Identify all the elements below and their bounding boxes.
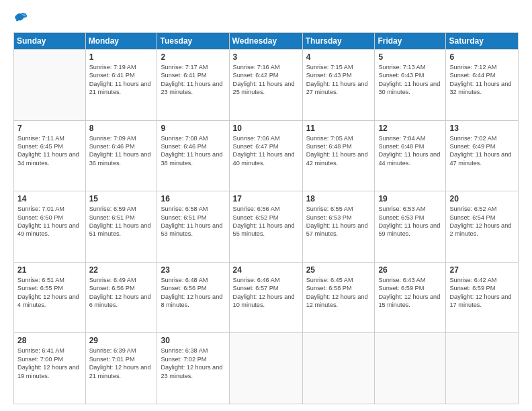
calendar-cell: 27Sunrise: 6:42 AM Sunset: 6:59 PM Dayli… [446, 262, 519, 333]
day-info: Sunrise: 7:13 AM Sunset: 6:43 PM Dayligh… [378, 63, 442, 97]
day-info: Sunrise: 6:56 AM Sunset: 6:52 PM Dayligh… [233, 205, 299, 238]
day-info: Sunrise: 6:48 AM Sunset: 6:56 PM Dayligh… [161, 276, 225, 310]
weekday-header: Saturday [446, 33, 519, 50]
calendar-cell: 23Sunrise: 6:48 AM Sunset: 6:56 PM Dayli… [157, 262, 229, 333]
calendar-cell [375, 333, 446, 404]
day-number: 26 [378, 265, 442, 275]
calendar-cell: 5Sunrise: 7:13 AM Sunset: 6:43 PM Daylig… [375, 50, 446, 121]
calendar-cell: 14Sunrise: 7:01 AM Sunset: 6:50 PM Dayli… [14, 191, 86, 263]
calendar-cell: 25Sunrise: 6:45 AM Sunset: 6:58 PM Dayli… [302, 262, 375, 333]
day-number: 23 [161, 265, 225, 275]
day-info: Sunrise: 7:04 AM Sunset: 6:48 PM Dayligh… [378, 134, 442, 168]
calendar-cell: 2Sunrise: 7:17 AM Sunset: 6:41 PM Daylig… [157, 50, 229, 121]
day-info: Sunrise: 7:08 AM Sunset: 6:46 PM Dayligh… [161, 134, 225, 168]
day-info: Sunrise: 7:15 AM Sunset: 6:43 PM Dayligh… [306, 63, 371, 97]
calendar-header-row: SundayMondayTuesdayWednesdayThursdayFrid… [14, 33, 519, 50]
day-info: Sunrise: 7:01 AM Sunset: 6:50 PM Dayligh… [17, 205, 82, 238]
day-number: 8 [89, 124, 154, 133]
day-info: Sunrise: 6:59 AM Sunset: 6:51 PM Dayligh… [89, 205, 154, 238]
day-number: 28 [17, 336, 82, 345]
day-info: Sunrise: 7:06 AM Sunset: 6:47 PM Dayligh… [233, 134, 299, 168]
day-info: Sunrise: 6:41 AM Sunset: 7:00 PM Dayligh… [17, 347, 82, 380]
calendar-week-row: 28Sunrise: 6:41 AM Sunset: 7:00 PM Dayli… [14, 333, 519, 404]
calendar-cell: 11Sunrise: 7:05 AM Sunset: 6:48 PM Dayli… [302, 120, 375, 191]
weekday-header: Thursday [302, 33, 375, 50]
calendar-cell: 26Sunrise: 6:43 AM Sunset: 6:59 PM Dayli… [375, 262, 446, 333]
calendar-cell: 18Sunrise: 6:55 AM Sunset: 6:53 PM Dayli… [302, 191, 375, 263]
day-info: Sunrise: 7:09 AM Sunset: 6:46 PM Dayligh… [89, 134, 154, 168]
calendar-cell: 19Sunrise: 6:53 AM Sunset: 6:53 PM Dayli… [375, 191, 446, 263]
header [13, 11, 519, 26]
day-number: 30 [161, 336, 225, 345]
calendar-cell: 28Sunrise: 6:41 AM Sunset: 7:00 PM Dayli… [14, 333, 86, 404]
day-info: Sunrise: 6:49 AM Sunset: 6:56 PM Dayligh… [89, 276, 154, 310]
day-number: 15 [89, 194, 154, 203]
day-number: 5 [378, 52, 442, 62]
calendar-cell: 8Sunrise: 7:09 AM Sunset: 6:46 PM Daylig… [85, 120, 157, 191]
weekday-header: Monday [85, 33, 157, 50]
weekday-header: Sunday [14, 33, 86, 50]
day-number: 16 [161, 194, 225, 203]
day-info: Sunrise: 6:53 AM Sunset: 6:53 PM Dayligh… [378, 205, 442, 238]
day-info: Sunrise: 7:17 AM Sunset: 6:41 PM Dayligh… [161, 63, 225, 97]
calendar-cell: 16Sunrise: 6:58 AM Sunset: 6:51 PM Dayli… [157, 191, 229, 263]
calendar-week-row: 1Sunrise: 7:19 AM Sunset: 6:41 PM Daylig… [14, 50, 519, 121]
day-number: 13 [449, 124, 515, 133]
day-info: Sunrise: 7:02 AM Sunset: 6:49 PM Dayligh… [449, 134, 515, 168]
calendar-cell: 21Sunrise: 6:51 AM Sunset: 6:55 PM Dayli… [14, 262, 86, 333]
day-info: Sunrise: 6:55 AM Sunset: 6:53 PM Dayligh… [306, 205, 371, 238]
day-number: 21 [17, 265, 82, 275]
calendar-cell: 24Sunrise: 6:46 AM Sunset: 6:57 PM Dayli… [229, 262, 302, 333]
weekday-header: Wednesday [229, 33, 302, 50]
day-number: 25 [306, 265, 371, 275]
day-number: 6 [449, 52, 515, 62]
logo [13, 11, 31, 26]
day-info: Sunrise: 6:52 AM Sunset: 6:54 PM Dayligh… [449, 205, 515, 238]
day-info: Sunrise: 6:51 AM Sunset: 6:55 PM Dayligh… [17, 276, 82, 310]
day-number: 18 [306, 194, 371, 203]
day-info: Sunrise: 7:05 AM Sunset: 6:48 PM Dayligh… [306, 134, 371, 168]
calendar-cell: 30Sunrise: 6:38 AM Sunset: 7:02 PM Dayli… [157, 333, 229, 404]
calendar-cell [14, 50, 86, 121]
day-info: Sunrise: 6:58 AM Sunset: 6:51 PM Dayligh… [161, 205, 225, 238]
day-info: Sunrise: 7:12 AM Sunset: 6:44 PM Dayligh… [449, 63, 515, 97]
day-info: Sunrise: 6:42 AM Sunset: 6:59 PM Dayligh… [449, 276, 515, 310]
day-number: 27 [449, 265, 515, 275]
calendar-cell: 13Sunrise: 7:02 AM Sunset: 6:49 PM Dayli… [446, 120, 519, 191]
day-info: Sunrise: 6:39 AM Sunset: 7:01 PM Dayligh… [89, 347, 154, 380]
calendar-cell: 29Sunrise: 6:39 AM Sunset: 7:01 PM Dayli… [85, 333, 157, 404]
calendar-cell: 20Sunrise: 6:52 AM Sunset: 6:54 PM Dayli… [446, 191, 519, 263]
calendar-cell: 6Sunrise: 7:12 AM Sunset: 6:44 PM Daylig… [446, 50, 519, 121]
day-info: Sunrise: 7:11 AM Sunset: 6:45 PM Dayligh… [17, 134, 82, 168]
day-number: 2 [161, 52, 225, 62]
calendar-cell [446, 333, 519, 404]
calendar-cell: 3Sunrise: 7:16 AM Sunset: 6:42 PM Daylig… [229, 50, 302, 121]
day-number: 24 [233, 265, 299, 275]
day-number: 4 [306, 52, 371, 62]
weekday-header: Tuesday [157, 33, 229, 50]
day-number: 19 [378, 194, 442, 203]
calendar-cell: 17Sunrise: 6:56 AM Sunset: 6:52 PM Dayli… [229, 191, 302, 263]
day-number: 29 [89, 336, 154, 345]
day-info: Sunrise: 7:19 AM Sunset: 6:41 PM Dayligh… [89, 63, 154, 97]
weekday-header: Friday [375, 33, 446, 50]
day-number: 11 [306, 124, 371, 133]
day-number: 14 [17, 194, 82, 203]
day-info: Sunrise: 6:43 AM Sunset: 6:59 PM Dayligh… [378, 276, 442, 310]
calendar-week-row: 21Sunrise: 6:51 AM Sunset: 6:55 PM Dayli… [14, 262, 519, 333]
calendar-cell: 15Sunrise: 6:59 AM Sunset: 6:51 PM Dayli… [85, 191, 157, 263]
calendar-cell [302, 333, 375, 404]
calendar-cell: 10Sunrise: 7:06 AM Sunset: 6:47 PM Dayli… [229, 120, 302, 191]
calendar-week-row: 14Sunrise: 7:01 AM Sunset: 6:50 PM Dayli… [14, 191, 519, 263]
calendar-cell [229, 333, 302, 404]
day-info: Sunrise: 6:45 AM Sunset: 6:58 PM Dayligh… [306, 276, 371, 310]
calendar-cell: 22Sunrise: 6:49 AM Sunset: 6:56 PM Dayli… [85, 262, 157, 333]
day-number: 17 [233, 194, 299, 203]
day-number: 12 [378, 124, 442, 133]
day-info: Sunrise: 6:46 AM Sunset: 6:57 PM Dayligh… [233, 276, 299, 310]
calendar-cell: 1Sunrise: 7:19 AM Sunset: 6:41 PM Daylig… [85, 50, 157, 121]
day-number: 3 [233, 52, 299, 62]
day-number: 9 [161, 124, 225, 133]
day-number: 20 [449, 194, 515, 203]
calendar-cell: 4Sunrise: 7:15 AM Sunset: 6:43 PM Daylig… [302, 50, 375, 121]
